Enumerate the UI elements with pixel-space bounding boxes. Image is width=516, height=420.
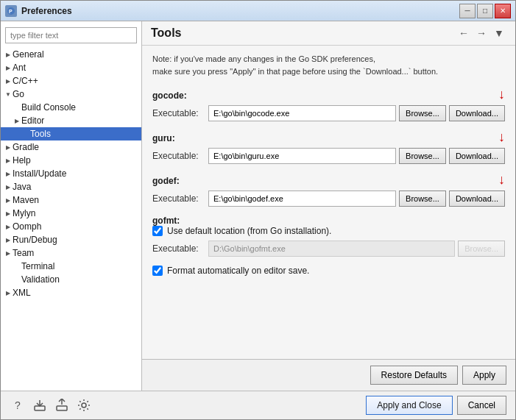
gocode-exec-input[interactable]	[208, 105, 396, 121]
label-gradle: Gradle	[13, 142, 39, 152]
footer-actions: Apply and Close Cancel	[366, 396, 506, 415]
preferences-window: P Preferences ─ □ ✕ General Ant	[0, 0, 516, 420]
title-bar: P Preferences ─ □ ✕	[1, 1, 515, 21]
arrow-help	[4, 156, 13, 165]
guru-exec-row: Executable: Browse... Download...	[152, 148, 505, 164]
filter-input[interactable]	[5, 27, 137, 43]
sidebar-item-oomph[interactable]: Oomph	[1, 220, 141, 233]
minimize-button[interactable]: ─	[459, 4, 476, 18]
label-xml: XML	[13, 288, 31, 298]
arrow-run-debug	[4, 235, 13, 244]
maximize-button[interactable]: □	[477, 4, 493, 18]
guru-download-button[interactable]: Download...	[449, 148, 505, 164]
godef-header: godef: ↓	[152, 173, 505, 191]
gofmt-use-default-checkbox[interactable]	[152, 226, 163, 236]
label-install: Install/Update	[13, 168, 66, 179]
label-team: Team	[13, 248, 34, 258]
gocode-label: gocode:	[152, 90, 187, 101]
close-button[interactable]: ✕	[495, 4, 511, 18]
arrow-oomph	[4, 222, 13, 231]
arrow-validation	[13, 275, 21, 284]
guru-browse-button[interactable]: Browse...	[399, 148, 446, 164]
restore-defaults-button[interactable]: Restore Defaults	[370, 366, 458, 385]
arrow-ant	[4, 63, 13, 72]
window-icon: P	[5, 5, 17, 17]
guru-arrow-icon: ↓	[498, 130, 505, 143]
sidebar: General Ant C/C++ Go Build Console Edito…	[1, 21, 142, 391]
cancel-button[interactable]: Cancel	[457, 396, 506, 415]
sidebar-item-go[interactable]: Go	[1, 88, 141, 101]
sidebar-item-gradle[interactable]: Gradle	[1, 140, 141, 154]
arrow-gradle	[4, 143, 13, 152]
svg-point-4	[82, 403, 86, 407]
label-general: General	[13, 49, 44, 60]
arrow-maven	[4, 196, 13, 204]
label-mylyn: Mylyn	[13, 208, 35, 218]
page-title: Tools	[151, 26, 456, 40]
menu-button[interactable]: ▼	[492, 26, 506, 40]
sidebar-item-install-update[interactable]: Install/Update	[1, 167, 141, 180]
label-run-debug: Run/Debug	[13, 235, 57, 245]
sidebar-item-tools[interactable]: Tools	[1, 127, 141, 140]
help-icon[interactable]: ?	[10, 397, 26, 413]
gocode-download-button[interactable]: Download...	[449, 105, 505, 121]
sidebar-item-terminal[interactable]: Terminal	[1, 260, 141, 273]
gofmt-format-checkbox[interactable]	[152, 266, 163, 276]
label-validation: Validation	[21, 274, 60, 285]
window-title: Preferences	[21, 6, 459, 16]
godef-exec-label: Executable:	[152, 193, 205, 204]
export-icon[interactable]	[54, 397, 70, 413]
sidebar-item-general[interactable]: General	[1, 48, 141, 61]
gofmt-exec-input	[208, 241, 455, 257]
label-go: Go	[13, 89, 24, 99]
sidebar-item-xml[interactable]: XML	[1, 286, 141, 299]
import-icon[interactable]	[32, 397, 48, 413]
arrow-install	[4, 169, 13, 178]
sidebar-item-run-debug[interactable]: Run/Debug	[1, 233, 141, 246]
guru-exec-label: Executable:	[152, 151, 205, 161]
sidebar-item-team[interactable]: Team	[1, 246, 141, 260]
sidebar-item-validation[interactable]: Validation	[1, 273, 141, 286]
gofmt-use-default-row: Use default location (from Go installati…	[152, 226, 505, 236]
apply-button[interactable]: Apply	[462, 366, 506, 385]
sidebar-item-help[interactable]: Help	[1, 154, 141, 167]
svg-text:P: P	[9, 9, 13, 14]
label-cpp: C/C++	[13, 76, 38, 86]
back-button[interactable]: ←	[456, 26, 471, 40]
gofmt-format-label: Format automatically on editor save.	[167, 266, 309, 276]
note-text: Note: if you've made any changes in the …	[152, 53, 505, 77]
section-godef: godef: ↓ Executable: Browse... Download.…	[152, 173, 505, 207]
forward-button[interactable]: →	[474, 26, 489, 40]
sidebar-item-maven[interactable]: Maven	[1, 193, 141, 207]
svg-rect-3	[57, 406, 67, 410]
gofmt-browse-button: Browse...	[458, 241, 505, 257]
arrow-team	[4, 249, 13, 257]
preferences-icon[interactable]	[76, 397, 92, 413]
label-maven: Maven	[13, 195, 39, 205]
arrow-general	[4, 50, 13, 59]
content-area: General Ant C/C++ Go Build Console Edito…	[1, 21, 515, 391]
godef-arrow-icon: ↓	[498, 173, 505, 186]
label-tools: Tools	[30, 129, 51, 139]
gocode-browse-button[interactable]: Browse...	[399, 105, 446, 121]
arrow-build-console	[13, 103, 21, 112]
sidebar-item-editor[interactable]: Editor	[1, 114, 141, 127]
gocode-exec-row: Executable: Browse... Download...	[152, 105, 505, 121]
sidebar-item-cpp[interactable]: C/C++	[1, 74, 141, 88]
sidebar-item-mylyn[interactable]: Mylyn	[1, 207, 141, 220]
arrow-java	[4, 182, 13, 191]
sidebar-item-build-console[interactable]: Build Console	[1, 101, 141, 114]
section-gofmt: gofmt: Use default location (from Go ins…	[152, 216, 505, 276]
guru-exec-input[interactable]	[208, 148, 396, 164]
apply-close-button[interactable]: Apply and Close	[366, 396, 452, 415]
sidebar-item-ant[interactable]: Ant	[1, 61, 141, 74]
godef-download-button[interactable]: Download...	[449, 191, 505, 207]
label-editor: Editor	[21, 115, 44, 126]
sidebar-item-java[interactable]: Java	[1, 180, 141, 193]
gofmt-format-row: Format automatically on editor save.	[152, 266, 505, 276]
godef-exec-input[interactable]	[208, 191, 396, 207]
godef-exec-row: Executable: Browse... Download...	[152, 191, 505, 207]
godef-browse-button[interactable]: Browse...	[399, 191, 446, 207]
arrow-terminal	[13, 262, 21, 271]
arrow-tools	[21, 129, 30, 138]
